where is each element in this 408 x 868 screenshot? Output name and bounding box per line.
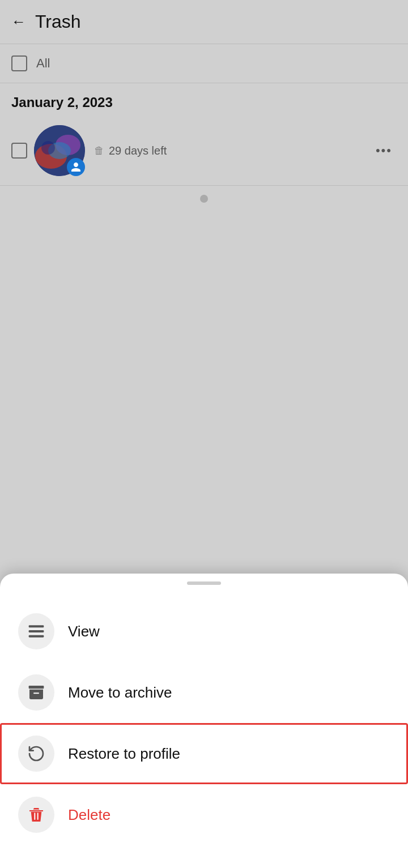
svg-point-4 bbox=[41, 141, 55, 155]
profile-badge bbox=[67, 158, 85, 176]
sheet-item-delete[interactable]: Delete bbox=[0, 784, 408, 845]
header: ← Trash bbox=[0, 0, 408, 44]
archive-label: Move to archive bbox=[68, 684, 172, 702]
svg-rect-7 bbox=[29, 635, 44, 638]
sheet-item-restore[interactable]: Restore to profile bbox=[0, 723, 408, 784]
scroll-dot bbox=[200, 195, 208, 203]
item-checkbox[interactable] bbox=[11, 143, 27, 159]
view-label: View bbox=[68, 623, 100, 640]
scroll-indicator bbox=[0, 186, 408, 212]
date-section: January 2, 2023 bbox=[0, 83, 408, 116]
back-button[interactable]: ← bbox=[11, 13, 26, 31]
archive-icon-wrap bbox=[18, 674, 54, 711]
all-checkbox[interactable] bbox=[11, 55, 27, 71]
all-row: All bbox=[0, 44, 408, 83]
delete-label: Delete bbox=[68, 806, 110, 824]
all-label: All bbox=[36, 56, 50, 71]
delete-icon-wrap bbox=[18, 797, 54, 833]
date-label: January 2, 2023 bbox=[11, 95, 113, 110]
trash-icon-small: 🗑 bbox=[94, 145, 104, 157]
view-icon-wrap bbox=[18, 613, 54, 649]
svg-rect-8 bbox=[29, 686, 44, 689]
sheet-item-archive[interactable]: Move to archive bbox=[0, 662, 408, 723]
svg-rect-5 bbox=[29, 625, 44, 627]
sheet-handle bbox=[187, 581, 221, 585]
restore-label: Restore to profile bbox=[68, 745, 180, 763]
sheet-item-view[interactable]: View bbox=[0, 601, 408, 662]
svg-rect-6 bbox=[29, 630, 44, 632]
page-title: Trash bbox=[35, 11, 81, 32]
trash-item-row: 🗑 29 days left ••• bbox=[0, 116, 408, 186]
bottom-sheet: View Move to archive Restore to profile bbox=[0, 574, 408, 868]
restore-icon-wrap bbox=[18, 736, 54, 772]
item-meta: 🗑 29 days left bbox=[94, 144, 371, 157]
days-left-label: 29 days left bbox=[109, 144, 167, 157]
avatar bbox=[34, 125, 85, 176]
more-options-button[interactable]: ••• bbox=[371, 141, 397, 160]
